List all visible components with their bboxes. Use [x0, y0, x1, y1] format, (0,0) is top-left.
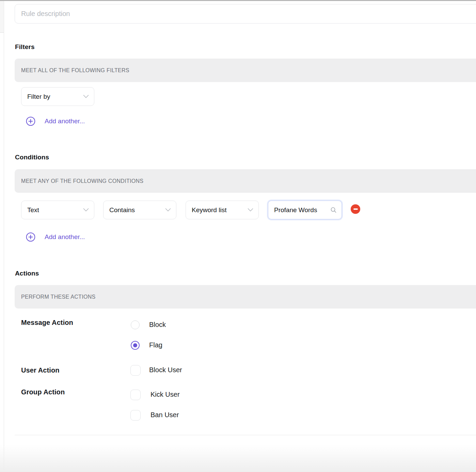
add-condition-label: Add another...	[45, 233, 85, 241]
group-action-label: Group Action	[21, 388, 65, 396]
radio-flag[interactable]	[131, 341, 140, 350]
page-left-gutter	[0, 1, 4, 33]
search-icon	[330, 206, 337, 214]
checkbox-block-user-label: Block User	[149, 366, 182, 374]
checkbox-ban-user[interactable]	[130, 410, 141, 421]
chevron-down-icon	[83, 95, 89, 98]
condition-row: Text Contains Keyword list	[0, 201, 476, 219]
remove-condition-button[interactable]	[351, 204, 360, 214]
minus-icon	[353, 208, 358, 210]
checkbox-kick-user-label: Kick User	[150, 391, 180, 398]
filter-by-select[interactable]: Filter by	[21, 87, 94, 106]
filter-row: Filter by	[0, 87, 476, 106]
keyword-list-search-field	[268, 201, 342, 219]
panel-left-border	[4, 1, 4, 472]
checkbox-block-user[interactable]	[130, 365, 141, 376]
add-condition-button[interactable]: Add another...	[26, 232, 85, 242]
condition-subject-value: Text	[27, 206, 83, 214]
condition-value-type-select[interactable]: Keyword list	[186, 201, 259, 219]
radio-block-label: Block	[149, 321, 166, 329]
filters-banner: MEET ALL OF THE FOLLOWING FILTERS	[15, 59, 476, 82]
rule-description-input[interactable]	[15, 4, 476, 23]
user-action-label: User Action	[21, 366, 60, 374]
conditions-banner: MEET ANY OF THE FOLLOWING CONDITIONS	[15, 169, 476, 193]
chevron-down-icon	[165, 208, 171, 212]
condition-value-type-value: Keyword list	[192, 206, 248, 214]
condition-operator-value: Contains	[109, 206, 165, 214]
checkbox-kick-user[interactable]	[130, 390, 141, 400]
radio-flag-label: Flag	[149, 341, 162, 349]
footer-fade	[0, 445, 476, 472]
add-filter-button[interactable]: Add another...	[26, 116, 85, 126]
filters-section-title: Filters	[15, 43, 35, 51]
filter-by-value: Filter by	[27, 93, 83, 100]
condition-operator-select[interactable]: Contains	[103, 201, 176, 219]
rule-editor-panel: Filters MEET ALL OF THE FOLLOWING FILTER…	[0, 0, 476, 472]
window-top-edge	[0, 0, 476, 1]
chevron-down-icon	[248, 208, 253, 212]
plus-circle-icon	[26, 232, 35, 242]
condition-subject-select[interactable]: Text	[21, 201, 94, 219]
radio-block[interactable]	[131, 320, 140, 329]
conditions-section-title: Conditions	[15, 154, 49, 161]
add-filter-label: Add another...	[45, 117, 85, 125]
actions-banner: PERFORM THESE ACTIONS	[15, 285, 476, 309]
footer-divider	[15, 435, 476, 435]
plus-circle-icon	[26, 116, 35, 126]
actions-section-title: Actions	[15, 270, 39, 277]
message-action-label: Message Action	[21, 319, 73, 327]
chevron-down-icon	[83, 208, 89, 212]
checkbox-ban-user-label: Ban User	[150, 411, 179, 419]
keyword-list-input[interactable]	[274, 206, 330, 214]
